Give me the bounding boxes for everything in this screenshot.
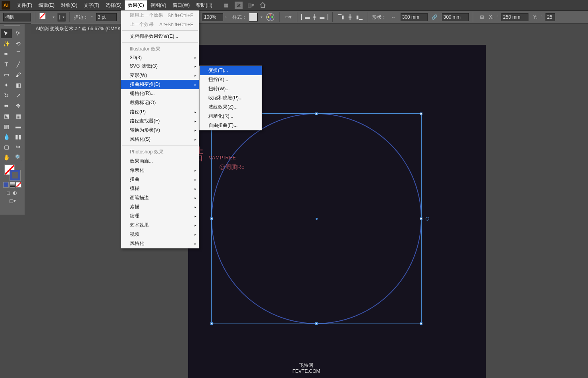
lasso-tool[interactable]: ⟲ (13, 39, 24, 48)
menu-stylize-ai[interactable]: 风格化(S)▸ (121, 135, 199, 144)
align-to-icon[interactable]: ▭▾ (283, 12, 293, 22)
stroke-swatch[interactable] (10, 170, 20, 180)
line-tool[interactable]: ╱ (13, 60, 24, 69)
hand-tool[interactable]: ✋ (1, 153, 12, 162)
pen-tool[interactable]: ✒ (1, 49, 12, 59)
menu-blur[interactable]: 模糊▸ (121, 184, 199, 193)
zoom-tool[interactable]: 🔍 (13, 153, 24, 162)
menu-apply-last-effect[interactable]: 应用上一个效果Shift+Ctrl+E (121, 11, 199, 20)
link-wh-icon[interactable]: 🔗 (430, 12, 440, 22)
rotate-handle[interactable] (426, 217, 429, 221)
slice-tool[interactable]: ✂ (13, 142, 24, 152)
menu-rasterize[interactable]: 栅格化(R)... (121, 89, 199, 98)
stock-icon[interactable]: St (235, 2, 243, 9)
menu-convert-to-shape[interactable]: 转换为形状(V)▸ (121, 126, 199, 135)
submenu-zig-zag[interactable]: 波纹效果(Z)... (200, 103, 262, 112)
paintbrush-tool[interactable]: 🖌 (13, 70, 24, 79)
menu-last-effect[interactable]: 上一个效果Alt+Shift+Ctrl+E (121, 20, 199, 29)
menu-3d[interactable]: 3D(3)▸ (121, 54, 199, 62)
draw-mode[interactable]: ◐ (13, 190, 18, 196)
bbox-handle-ne[interactable] (420, 112, 422, 115)
bbox-handle-n[interactable] (315, 112, 318, 115)
opacity-input[interactable]: 100% (202, 13, 223, 21)
y-input[interactable]: 25 (546, 13, 555, 21)
magic-wand-tool[interactable]: ✨ (1, 39, 12, 48)
artboard-tool[interactable]: ▢ (1, 142, 12, 152)
align-bottom-icon[interactable]: ▮▁ (355, 13, 364, 21)
change-screen-mode[interactable]: ▢▾ (9, 198, 16, 204)
bbox-handle-sw[interactable] (210, 322, 213, 325)
type-tool[interactable]: T (1, 60, 12, 69)
menu-effect-gallery[interactable]: 效果画廊... (121, 157, 199, 166)
column-graph-tool[interactable]: ▮▮ (13, 132, 24, 142)
height-input[interactable]: 300 mm (442, 13, 469, 21)
bbox-handle-e[interactable] (420, 217, 422, 220)
menu-view[interactable]: 视图(V) (147, 0, 170, 10)
menu-stylize-ps[interactable]: 风格化▸ (121, 239, 199, 248)
fill-stroke-colorbox[interactable] (4, 165, 20, 180)
submenu-twist[interactable]: 扭拧(K)... (200, 75, 262, 84)
submenu-roughen[interactable]: 粗糙化(R)... (200, 112, 262, 121)
gradient-tool[interactable]: ▬ (13, 122, 24, 131)
menu-sketch[interactable]: 素描▸ (121, 202, 199, 211)
fill-stroke-swatch[interactable] (39, 13, 50, 21)
menu-svg-filters[interactable]: SVG 滤镜(G)▸ (121, 62, 199, 71)
selection-tool[interactable] (1, 29, 12, 38)
menu-video[interactable]: 视频▸ (121, 230, 199, 239)
color-gradient[interactable] (10, 182, 15, 188)
menu-pixelate[interactable]: 像素化▸ (121, 166, 199, 175)
menu-help[interactable]: 帮助(H) (193, 0, 216, 10)
menu-texture[interactable]: 纹理▸ (121, 211, 199, 221)
menu-file[interactable]: 文件(F) (13, 0, 35, 10)
align-vcenter-icon[interactable]: ╋ (346, 13, 355, 21)
stroke-weight-input[interactable]: 3 pt (96, 13, 117, 21)
screen-mode[interactable]: ◻ (6, 190, 12, 196)
perspective-tool[interactable]: ▦ (13, 111, 24, 121)
direct-selection-tool[interactable] (13, 29, 24, 38)
menu-warp[interactable]: 变形(W)▸ (121, 71, 199, 80)
align-right-icon[interactable]: ▬▕ (320, 13, 328, 21)
menu-brush-strokes[interactable]: 画笔描边▸ (121, 193, 199, 202)
menu-effect[interactable]: 效果(C) (125, 0, 147, 10)
align-top-icon[interactable]: ▔▮ (337, 13, 345, 21)
bbox-handle-s[interactable] (315, 322, 318, 325)
scale-tool[interactable]: ⤢ (13, 91, 24, 100)
panel-grip[interactable] (4, 25, 20, 27)
menu-path[interactable]: 路径(P)▸ (121, 107, 199, 116)
bbox-handle-se[interactable] (420, 322, 422, 325)
rectangle-tool[interactable]: ▭ (1, 70, 12, 79)
recolor-icon[interactable] (266, 12, 275, 22)
width-input[interactable]: 300 mm (401, 13, 428, 21)
ref-point-icon[interactable]: ⊞ (477, 12, 487, 22)
menu-edit[interactable]: 编辑(E) (35, 0, 58, 10)
curvature-tool[interactable]: ⌒ (13, 49, 24, 59)
submenu-twirl[interactable]: 扭转(W)... (200, 84, 262, 93)
rotate-tool[interactable]: ↻ (1, 91, 12, 100)
eyedropper-tool[interactable]: 💧 (1, 132, 12, 142)
menu-distort-ps[interactable]: 扭曲▸ (121, 175, 199, 184)
submenu-transform[interactable]: 变换(T)... (200, 66, 262, 75)
bridge-icon[interactable]: ▦ (223, 2, 230, 9)
align-hcenter-icon[interactable]: ┿ (310, 13, 319, 21)
width-tool[interactable]: ⇔ (1, 101, 12, 110)
color-solid[interactable] (3, 182, 9, 188)
menu-select[interactable]: 选择(S) (102, 0, 125, 10)
arrange-icon[interactable]: ▥▾ (247, 2, 254, 9)
mesh-tool[interactable]: ▨ (1, 122, 12, 131)
menu-type[interactable]: 文字(T) (81, 0, 102, 10)
style-dropdown[interactable] (249, 13, 258, 21)
eraser-tool[interactable]: ◧ (13, 80, 24, 90)
submenu-free-distort[interactable]: 自由扭曲(F)... (200, 121, 262, 130)
search-icon[interactable] (259, 2, 266, 9)
menu-object[interactable]: 对象(O) (58, 0, 80, 10)
align-left-icon[interactable]: ▏▬ (301, 13, 310, 21)
shaper-tool[interactable]: ✦ (1, 80, 12, 90)
shape-builder-tool[interactable]: ⬔ (1, 111, 12, 121)
bbox-handle-w[interactable] (210, 217, 213, 220)
color-none[interactable] (16, 182, 21, 188)
stroke-type[interactable]: ▼ (58, 13, 66, 21)
x-input[interactable]: 250 mm (501, 13, 528, 21)
menu-pathfinder[interactable]: 路径查找器(F)▸ (121, 116, 199, 126)
menu-doc-raster-settings[interactable]: 文档栅格效果设置(E)... (121, 32, 199, 41)
menu-window[interactable]: 窗口(W) (170, 0, 193, 10)
